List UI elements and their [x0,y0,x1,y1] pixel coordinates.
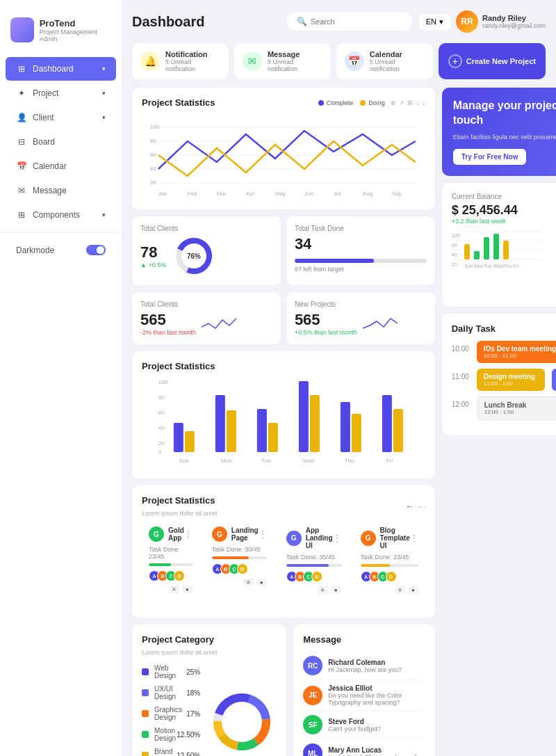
language-button[interactable]: EN ▾ [419,14,450,30]
proj-stats-header: Project Statistics Lorem ipsum dolor sit… [142,495,425,517]
svg-text:Sep: Sep [392,191,402,197]
chart-toolbar: ⊕ ↗ ⊞ ⌂ ↓ [391,99,425,106]
logo: ProTend Project Management Admin [0,10,122,56]
total-clients-label: Total Clients [140,225,272,232]
cat-brand-pct: 12.50% [177,752,200,757]
svg-rect-34 [299,381,309,452]
message-notif-card[interactable]: ✉ Message 5 Unread notification [234,43,331,79]
darkmode-toggle[interactable] [86,245,106,255]
components-icon: ⊞ [16,209,27,220]
proj-blog-footer: ≡ ● [361,586,418,594]
mini-stat-projects-change: +0.5% than last month [295,329,357,336]
logo-subtitle: Project Management Admin [40,29,111,42]
legend-complete: Complete [318,99,354,106]
create-project-button[interactable]: + Create New Project [439,43,546,79]
msg-avatar-jessica: JE [303,686,322,705]
mini-stats-row: Total Clients 565 -2% than last month Ne… [132,292,435,344]
proj-blog-dots[interactable]: ⋮ [410,533,418,543]
manage-title: Manage your project in one touch [453,99,556,128]
message-section: Message RC Richard Coleman Hi Jackmap, h… [293,625,435,756]
calendar-notif-card[interactable]: 📅 Calendar 5 Unread notification [336,43,433,79]
toggle-dot [97,246,104,254]
try-free-button[interactable]: Try For Free Now [453,149,527,165]
sidebar-item-board[interactable]: ⊟ Board [6,130,116,154]
legend-doing: Doing [360,99,385,106]
msg-item-jessica[interactable]: JE Jessica Elliot Do you need like the C… [303,680,425,711]
svg-text:20: 20 [158,440,165,447]
svg-rect-38 [382,395,392,452]
svg-text:100: 100 [150,124,160,130]
notification-card[interactable]: 🔔 Notification 5 Unread notification [132,43,229,79]
sidebar-item-components[interactable]: ⊞ Components ▾ [6,203,116,227]
sidebar-label-components: Components [33,210,80,220]
manage-sub: Etiam facilisis ligula nec velit posuere… [453,134,556,140]
svg-text:Tue: Tue [484,264,492,268]
project-stats-chart-1: Project Statistics Complete Doing ⊕ [132,88,435,209]
darkmode-row: Darkmode [6,239,116,262]
logo-name: ProTend [40,18,111,29]
svg-text:60: 60 [150,152,156,158]
right-column: Manage your project in one touch Etiam f… [442,88,556,756]
message-notif-sub: 5 Unread notification [268,58,322,72]
svg-text:80: 80 [150,138,156,144]
proj-blog-avatars: A B C D [361,571,418,582]
legend-label-complete: Complete [327,99,354,106]
msg-item-mary[interactable]: ML Mary Ann Lucas Looks Good. Please go … [303,739,425,756]
logo-icon [10,17,34,42]
proj-landing-footer: ≡ ● [212,579,267,586]
sparkline-clients [202,313,236,334]
sidebar-item-client[interactable]: 👤 Client ▾ [6,106,116,129]
proj-landing-dots[interactable]: ⋮ [259,529,267,539]
darkmode-label: Darkmode [16,246,86,255]
dashboard-arrow: ▾ [102,65,106,72]
proj-gold-prog [149,563,171,566]
proj-gold-app-icon: G [149,526,164,542]
task-seo-meeting[interactable]: SEO meeting 11:30 12:00 [552,369,556,391]
mini-stat-projects-label: New Projects [295,300,427,308]
lang-label: EN [426,17,436,26]
svg-text:40: 40 [452,252,457,257]
svg-text:Mar: Mar [217,191,227,197]
msg-text-richard: Hi Jackmap, how are you? [328,666,402,673]
proj-app-avatars: A B C D [286,571,341,582]
proj-gold-app-name: Gold App [168,526,184,542]
category-list: Web Design 25% UX/UI Design 18% Graphics… [142,664,200,756]
sidebar-label-project: Project [33,88,58,98]
time-row-11: 11:00 Design meeting 11:00 - 1:00 SEO me… [452,369,556,391]
proj-app-dots[interactable]: ⋮ [333,533,341,543]
svg-text:Thu: Thu [503,264,512,268]
project-stats-section: Project Statistics Lorem ipsum dolor sit… [132,485,435,618]
proj-card-app-landing: G App Landing UI ⋮ Task Done: 35/45 A B … [279,520,348,601]
msg-item-richard[interactable]: RC Richard Coleman Hi Jackmap, how are y… [303,652,425,680]
task-design-meeting[interactable]: Design meeting 11:00 - 1:00 [477,369,545,391]
sidebar-item-calendar[interactable]: 📅 Calendar [6,154,116,178]
msg-avatar-steve: SF [303,715,322,734]
msg-text-mary: Looks Good. Please go forward! [328,754,418,757]
task-lunch-break[interactable]: Lunch Break 12:00 - 1:00 [477,396,556,420]
sidebar-divider [0,232,122,233]
svg-text:Tue: Tue [261,458,271,464]
proj-gold-dots[interactable]: ⋮ [184,529,193,539]
svg-rect-35 [310,395,320,452]
task-done-label: Total Task Done [295,225,427,232]
sidebar-item-message[interactable]: ✉ Message [6,179,116,202]
balance-label: Current Balance [452,193,556,200]
svg-text:Mon: Mon [221,458,232,464]
proj-stats-arrow[interactable]: ← [406,501,414,511]
svg-rect-28 [174,423,183,452]
proj-landing-task: Task Done: 30/45 [212,546,267,553]
search-input[interactable] [311,17,407,26]
sidebar-item-project[interactable]: ✦ Project ▾ [6,81,116,105]
balance-value: $ 25,456.44 [452,203,556,218]
client-arrow: ▾ [102,114,106,121]
svg-text:100: 100 [158,379,168,385]
cat-graphics: Graphics Design 17% [142,706,200,721]
sidebar-item-dashboard[interactable]: ⊞ Dashboard ▾ [6,57,116,81]
category-title: Project Category [142,634,277,645]
task-ios-meeting[interactable]: IOs Dev team meeting 10:00 - 11:00 [477,341,556,363]
mini-stat-clients-change: -2% than last month [140,329,196,336]
msg-item-steve[interactable]: SF Steve Ford Can't your budget? [303,711,425,739]
msg-avatar-mary: ML [303,743,322,756]
svg-rect-36 [341,402,350,452]
left-column: Project Statistics Complete Doing ⊕ [132,88,435,756]
